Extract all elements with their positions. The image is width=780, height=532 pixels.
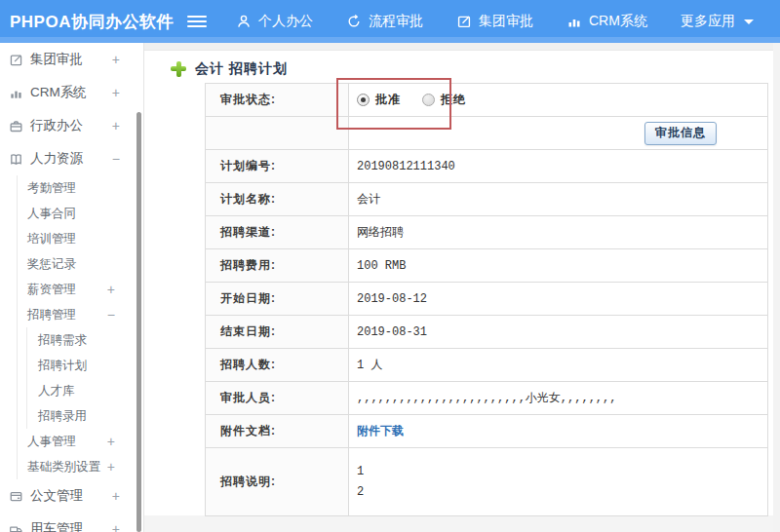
approve-radio-label[interactable]: 批准 (375, 92, 401, 108)
field-value: 12 (349, 448, 767, 515)
approve-radio[interactable] (357, 94, 370, 106)
sidebar-item[interactable]: 用车管理+ (0, 513, 143, 532)
sidebar-item[interactable]: 人事管理+ (0, 429, 143, 454)
approval-info-button[interactable]: 审批信息 (644, 122, 717, 145)
field-label-approval-status: 审批状态: (206, 84, 349, 116)
recruitment-plan-detail-table: 审批状态: 批准 拒绝 审批信息 计划编号:20190812111340计划名称… (205, 83, 768, 516)
field-label: 招聘渠道: (206, 216, 349, 248)
expand-icon[interactable]: + (107, 282, 115, 297)
reject-radio-label[interactable]: 拒绝 (441, 92, 466, 108)
tree-guide-line (26, 327, 27, 429)
field-label: 计划名称: (206, 183, 349, 215)
sidebar-item[interactable]: 招聘计划 (0, 353, 143, 378)
field-value: 100 RMB (349, 249, 767, 282)
chart-icon (566, 14, 582, 29)
sidebar-item[interactable]: 培训管理 (0, 226, 143, 251)
sidebar-item[interactable]: 基础类别设置+ (0, 454, 143, 479)
field-row: 招聘人数:1 人 (206, 349, 767, 382)
sidebar-item[interactable]: 招聘录用 (0, 403, 143, 429)
sidebar-scrollbar-thumb[interactable] (136, 112, 141, 532)
sidebar-item-label: 招聘计划 (38, 358, 87, 374)
sidebar-item-label: 培训管理 (27, 231, 76, 247)
expand-icon[interactable]: + (112, 85, 120, 100)
field-row: 招聘说明:12 (206, 448, 767, 515)
field-row: 附件文档:附件下载 (206, 415, 767, 448)
field-label: 审批人员: (206, 382, 349, 414)
field-label: 招聘人数: (206, 349, 349, 381)
sidebar-item[interactable]: 行政办公+ (0, 109, 143, 142)
hamburger-menu-icon[interactable] (187, 16, 207, 27)
sidebar-item-label: 人事管理 (27, 434, 76, 450)
field-label: 结束日期: (206, 316, 349, 348)
top-nav-item[interactable]: 集团审批 (456, 13, 533, 30)
approval-status-options: 批准 拒绝 (349, 84, 767, 116)
add-icon[interactable] (171, 61, 186, 77)
expand-icon[interactable]: + (112, 521, 120, 532)
top-nav-item[interactable]: CRM系统 (566, 13, 647, 30)
field-value: 2019-08-31 (349, 316, 767, 348)
approval-info-cell: 审批信息 (349, 117, 767, 149)
top-nav-item[interactable]: 个人办公 (236, 13, 313, 30)
sidebar-item[interactable]: 人才库 (0, 378, 143, 403)
sidebar-item[interactable]: CRM系统+ (0, 76, 143, 109)
approval-info-row: 审批信息 (206, 117, 767, 150)
sidebar-item-label: 基础类别设置 (27, 459, 100, 475)
field-row: 审批人员:,,,,,,,,,,,,,,,,,,,,,,,,小光女,,,,,,,, (206, 382, 767, 415)
sidebar-item[interactable]: 招聘管理− (0, 302, 143, 327)
chart-icon (9, 86, 23, 100)
field-row: 招聘费用:100 RMB (206, 249, 767, 283)
top-nav-item-label: 集团审批 (479, 13, 533, 30)
field-value: 附件下载 (349, 415, 767, 447)
sidebar-item[interactable]: 考勤管理 (0, 175, 143, 201)
field-row: 计划编号:20190812111340 (206, 150, 767, 183)
field-label: 计划编号: (206, 150, 349, 182)
expand-icon[interactable]: + (112, 52, 120, 67)
page-scrollbar-track[interactable] (773, 43, 780, 532)
sidebar-item-label: 人事合同 (27, 206, 76, 222)
sidebar-item-label: 招聘管理 (27, 307, 76, 323)
top-nav-item[interactable]: 更多应用 (681, 13, 754, 30)
content-footer-gap (144, 515, 780, 532)
sidebar-item-label: 奖惩记录 (27, 256, 76, 273)
field-value-line: 1 (357, 465, 364, 478)
sidebar-item-label: 用车管理 (30, 520, 83, 532)
briefcase-icon (9, 119, 23, 133)
field-row: 计划名称:会计 (206, 183, 767, 216)
tree-guide-line (17, 175, 18, 479)
sidebar-item[interactable]: 人力资源− (0, 142, 143, 175)
sidebar-item-label: 招聘录用 (38, 408, 87, 425)
expand-icon[interactable]: + (107, 434, 115, 449)
top-nav-item[interactable]: 流程审批 (346, 13, 423, 30)
field-value-line: 2 (357, 485, 364, 499)
page-title-row: 会计 招聘计划 (144, 51, 780, 83)
attachment-download-link[interactable]: 附件下载 (357, 423, 404, 439)
field-value: 1 人 (349, 349, 767, 381)
sidebar-item-label: 人才库 (38, 383, 75, 399)
edit-icon (456, 14, 472, 29)
sidebar-item[interactable]: 公文管理+ (0, 479, 143, 513)
sidebar-item[interactable]: 薪资管理+ (0, 277, 143, 302)
sidebar: 集团审批+CRM系统+行政办公+人力资源−考勤管理人事合同培训管理奖惩记录薪资管… (0, 43, 144, 532)
sidebar-item-label: CRM系统 (30, 84, 87, 101)
sidebar-item-label: 招聘需求 (38, 332, 87, 349)
top-nav-item-label: 流程审批 (369, 13, 423, 30)
empty-label-cell (206, 117, 349, 149)
field-row: 结束日期:2019-08-31 (206, 316, 767, 349)
sidebar-item[interactable]: 奖惩记录 (0, 251, 143, 277)
expand-icon[interactable]: + (107, 459, 115, 475)
app-logo: PHPOA协同办公软件 (0, 11, 187, 33)
sidebar-item-label: 人力资源 (30, 150, 83, 168)
sidebar-item[interactable]: 人事合同 (0, 201, 143, 226)
expand-icon[interactable]: + (112, 488, 120, 504)
sidebar-item[interactable]: 集团审批+ (0, 43, 143, 76)
top-nav-item-label: 个人办公 (258, 13, 313, 30)
sidebar-item[interactable]: 招聘需求 (0, 327, 143, 353)
collapse-icon[interactable]: − (107, 307, 115, 323)
reject-radio[interactable] (422, 94, 435, 106)
collapse-icon[interactable]: − (112, 151, 120, 167)
book-icon (9, 152, 23, 167)
content-panel: 会计 招聘计划 审批状态: 批准 拒绝 审批信息 (144, 51, 780, 515)
top-nav: 个人办公流程审批集团审批CRM系统更多应用 (236, 13, 754, 30)
expand-icon[interactable]: + (112, 118, 120, 133)
cycle-icon (346, 14, 362, 29)
